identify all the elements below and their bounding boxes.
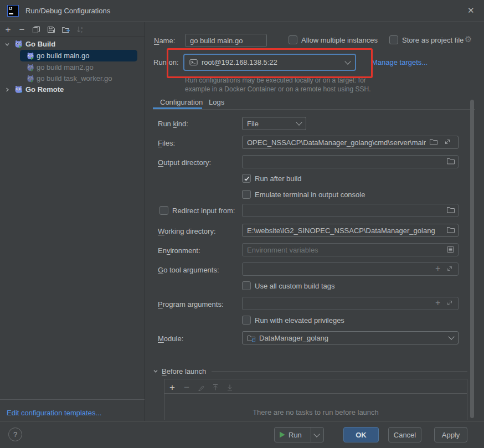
ok-button-label: OK [356, 431, 367, 439]
run-on-value: root@192.168.138.5:22 [202, 58, 342, 66]
list-icon[interactable] [446, 245, 455, 254]
checkbox-label: Use all custom build tags [255, 282, 335, 290]
tabbar-separator [153, 109, 475, 110]
before-launch-collapse-icon[interactable] [153, 368, 158, 374]
chevron-down-icon [296, 119, 302, 125]
tree-group-label: Go Build [25, 40, 55, 48]
cancel-button-label: Cancel [394, 431, 416, 439]
intellij-logo-icon: IJ [7, 5, 19, 17]
close-icon[interactable]: ✕ [467, 6, 475, 16]
expand-icon[interactable] [446, 265, 454, 272]
program-arguments-input[interactable] [242, 297, 459, 310]
tree-group-go-build[interactable]: Go Build [0, 38, 145, 50]
folder-icon[interactable] [446, 157, 455, 165]
tree-item-go-build-main[interactable]: go build main.go [0, 50, 145, 61]
run-kind-value: File [247, 120, 294, 128]
files-label: Files: [158, 139, 175, 147]
checkbox-label: Emulate terminal in output console [255, 190, 365, 199]
help-button[interactable]: ? [8, 428, 22, 441]
tab-configuration[interactable]: Configuration [160, 98, 203, 106]
tree-item-go-build-task-worker[interactable]: go build task_worker.go [0, 73, 145, 84]
tree-item-go-build-main2[interactable]: go build main2.go [0, 61, 145, 73]
tree-item-label: go build main.go [37, 52, 89, 60]
before-launch-rule [212, 371, 467, 372]
vertical-scrollbar[interactable] [470, 100, 474, 418]
before-launch-empty-text: There are no tasks to run before launch [164, 408, 467, 416]
checkbox-box[interactable] [159, 206, 168, 215]
new-folder-button[interactable] [61, 25, 70, 34]
folder-icon[interactable] [446, 226, 455, 234]
module-icon [247, 334, 256, 342]
chevron-right-icon[interactable] [4, 87, 11, 92]
footer-separator [0, 421, 484, 421]
folder-icon[interactable] [429, 138, 438, 146]
checkbox-label: Allow multiple instances [301, 36, 378, 44]
checkbox-box[interactable] [242, 174, 251, 183]
program-arguments-label: Program arguments: [158, 300, 224, 308]
expand-icon[interactable] [446, 299, 454, 307]
checkmark-icon [244, 176, 250, 182]
plus-icon[interactable]: + [435, 264, 440, 274]
checkbox-label: Redirect input from: [172, 207, 235, 215]
go-tool-arguments-input[interactable] [242, 262, 459, 276]
cancel-button[interactable]: Cancel [388, 427, 421, 442]
edit-configuration-templates-link[interactable]: Edit configuration templates... [7, 409, 101, 417]
folder-icon[interactable] [446, 206, 455, 214]
output-directory-input[interactable] [242, 155, 459, 168]
run-on-hint-line2: example in a Docker Container or on a re… [185, 85, 371, 93]
checkbox-label: Run after build [255, 174, 302, 183]
active-tab-underline [153, 107, 202, 109]
run-button-divider [311, 428, 311, 442]
tab-logs[interactable]: Logs [209, 98, 224, 106]
allow-multiple-instances-checkbox[interactable]: Allow multiple instances [289, 35, 378, 44]
store-as-project-file-checkbox[interactable]: Store as project file [389, 35, 464, 44]
files-input[interactable] [242, 136, 459, 149]
svg-text:IJ: IJ [9, 7, 12, 11]
remove-configuration-button[interactable]: − [17, 25, 27, 34]
output-directory-label: Output directory: [158, 158, 211, 167]
go-tool-arguments-label: Go tool arguments: [158, 266, 219, 274]
go-remote-gopher-icon [14, 85, 23, 94]
emulate-terminal-checkbox[interactable]: Emulate terminal in output console [242, 190, 365, 199]
ok-button[interactable]: OK [343, 427, 379, 442]
chevron-down-icon[interactable] [313, 431, 320, 437]
run-elevated-checkbox[interactable]: Run with elevated privileges [242, 316, 344, 325]
apply-button[interactable]: Apply [434, 427, 467, 442]
add-task-button[interactable]: + [168, 383, 177, 392]
checkbox-box[interactable] [289, 35, 297, 44]
chevron-down-icon[interactable] [4, 42, 11, 47]
apply-button-label: Apply [442, 431, 460, 439]
copy-configuration-button[interactable] [32, 25, 41, 34]
manage-targets-link[interactable]: Manage targets... [372, 58, 428, 66]
use-custom-build-tags-checkbox[interactable]: Use all custom build tags [242, 281, 335, 290]
checkbox-box[interactable] [389, 35, 398, 44]
gear-icon[interactable]: ⚙ [465, 34, 472, 44]
expand-icon[interactable] [444, 138, 451, 146]
tree-item-label: go build task_worker.go [37, 74, 112, 83]
run-button[interactable]: Run [274, 427, 324, 442]
go-build-gopher-icon [14, 40, 23, 48]
save-configuration-button[interactable] [47, 25, 56, 34]
redirect-input-checkbox[interactable]: Redirect input from: [159, 206, 235, 215]
module-combobox[interactable]: DataManager_golang [242, 331, 459, 344]
move-down-icon [225, 383, 234, 392]
checkbox-box[interactable] [242, 316, 251, 325]
tree-group-go-remote[interactable]: Go Remote [0, 84, 145, 95]
working-directory-input[interactable] [242, 224, 459, 237]
add-configuration-button[interactable]: + [3, 25, 13, 34]
run-on-hint-line1: Run configurations may be executed local… [185, 76, 366, 84]
name-input[interactable] [185, 34, 267, 47]
checkbox-box[interactable] [242, 190, 251, 199]
go-config-gopher-icon [27, 75, 34, 83]
redirect-input-field[interactable] [242, 204, 459, 217]
run-on-combobox[interactable]: root@192.168.138.5:22 [183, 54, 356, 71]
environment-input[interactable] [242, 243, 459, 256]
plus-icon[interactable]: + [435, 298, 440, 308]
left-panel-bottom-separator [0, 399, 145, 400]
run-kind-combobox[interactable]: File [242, 117, 306, 130]
run-debug-configurations-dialog: IJ Run/Debug Configurations ✕ + − az Go … [0, 0, 484, 448]
terminal-icon [189, 58, 198, 66]
checkbox-box[interactable] [242, 281, 251, 290]
remove-task-button: − [182, 383, 191, 392]
run-after-build-checkbox[interactable]: Run after build [242, 174, 302, 183]
